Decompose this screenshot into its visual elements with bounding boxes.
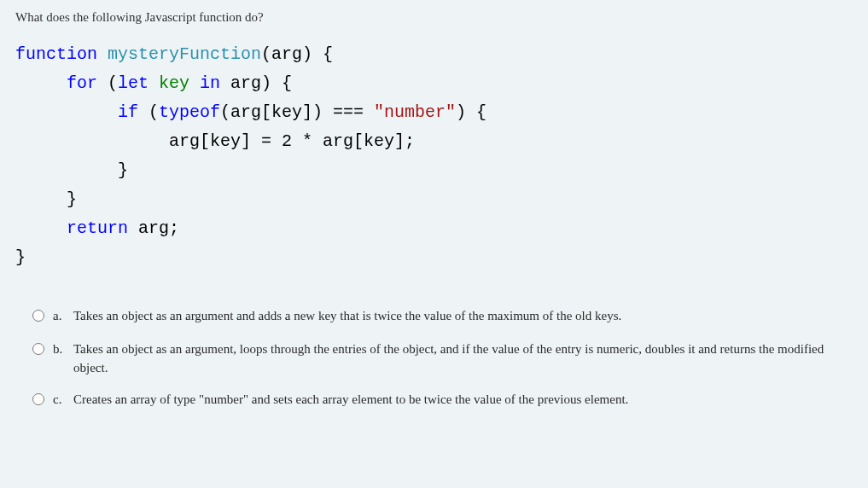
code-line-7: return arg; bbox=[15, 214, 853, 243]
code-line-3: if (typeof(arg[key]) === "number") { bbox=[15, 98, 853, 127]
code-token: key bbox=[159, 73, 200, 93]
radio-a[interactable] bbox=[32, 310, 44, 322]
code-token: ) { bbox=[456, 102, 486, 122]
code-token: arg) { bbox=[230, 73, 292, 93]
code-token: ( bbox=[108, 73, 118, 93]
code-token: let bbox=[118, 73, 159, 93]
radio-wrap bbox=[32, 392, 44, 411]
option-b[interactable]: b. Takes an object as an argument, loops… bbox=[15, 340, 853, 378]
code-token: ( bbox=[149, 102, 159, 122]
code-token: (arg[key]) === bbox=[220, 102, 374, 122]
option-text: Creates an array of type "number" and se… bbox=[73, 390, 853, 410]
code-token: } bbox=[15, 160, 128, 180]
code-token: in bbox=[200, 73, 230, 93]
code-token: typeof bbox=[159, 102, 220, 122]
code-token: function bbox=[15, 44, 108, 64]
option-text: Takes an object as an argument, loops th… bbox=[73, 340, 853, 378]
code-block: function mysteryFunction(arg) { for (let… bbox=[15, 40, 853, 272]
code-token: for bbox=[15, 73, 108, 93]
option-text: Takes an object as an argument and adds … bbox=[73, 306, 853, 326]
code-line-2: for (let key in arg) { bbox=[15, 69, 853, 98]
question-prompt: What does the following Javascript funct… bbox=[15, 10, 853, 25]
option-a[interactable]: a. Takes an object as an argument and ad… bbox=[15, 306, 853, 328]
code-line-1: function mysteryFunction(arg) { bbox=[15, 40, 853, 69]
code-token: if bbox=[15, 102, 149, 122]
option-letter: a. bbox=[53, 306, 73, 326]
code-token: } bbox=[15, 247, 26, 267]
options-group: a. Takes an object as an argument and ad… bbox=[15, 306, 853, 410]
code-line-4: arg[key] = 2 * arg[key]; bbox=[15, 127, 853, 156]
code-token: "number" bbox=[374, 102, 456, 122]
option-letter: b. bbox=[53, 340, 73, 359]
radio-b[interactable] bbox=[32, 343, 44, 355]
code-token: arg; bbox=[138, 218, 179, 238]
code-token: } bbox=[15, 189, 77, 209]
code-line-8: } bbox=[15, 243, 853, 272]
code-token: (arg) { bbox=[261, 44, 333, 64]
code-line-6: } bbox=[15, 185, 853, 214]
option-letter: c. bbox=[53, 390, 73, 410]
option-c[interactable]: c. Creates an array of type "number" and… bbox=[15, 390, 853, 411]
code-token: arg[key] = 2 * arg[key]; bbox=[15, 131, 415, 151]
radio-c[interactable] bbox=[32, 393, 44, 405]
radio-wrap bbox=[32, 341, 44, 361]
code-token: mysteryFunction bbox=[108, 44, 261, 64]
radio-wrap bbox=[32, 308, 44, 328]
code-token: return bbox=[15, 218, 138, 238]
code-line-5: } bbox=[15, 156, 853, 185]
